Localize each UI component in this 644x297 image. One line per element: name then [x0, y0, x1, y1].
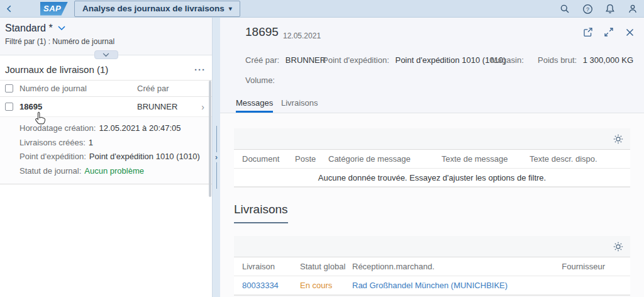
bell-icon — [605, 4, 615, 14]
status-text-positive: Aucun problème — [84, 164, 144, 179]
gear-icon — [613, 242, 623, 252]
livraisons-section-title[interactable]: Livraisons — [234, 203, 288, 223]
livraison-status: En cours — [300, 281, 352, 290]
messages-table-settings-button[interactable] — [613, 133, 624, 145]
share-button[interactable] — [582, 26, 594, 38]
search-icon — [560, 4, 570, 14]
column-header-created-by[interactable]: Créé par — [137, 84, 169, 93]
help-icon: ? — [582, 4, 593, 14]
app-title-caret-icon: ▾ — [229, 5, 232, 12]
variant-selector[interactable]: Standard * — [5, 23, 207, 34]
filter-summary: Filtré par (1) : Numéro de journal — [5, 37, 207, 46]
detail-deliveries-created: Livraisons créées: 1 — [19, 136, 212, 150]
livraisons-table: Livraison Statut global Réceptionn.march… — [234, 236, 630, 296]
select-all-checkbox[interactable] — [5, 84, 13, 92]
object-page-header: 18695 12.05.2021 Créé par: BRUNNER — [220, 18, 644, 113]
variant-title: Standard * — [5, 23, 53, 34]
column-header-receptionnaire[interactable]: Réceptionn.marchand. — [352, 262, 517, 271]
splitter-grip-line — [216, 126, 217, 152]
splitter-expand-chevron-icon[interactable]: › — [215, 154, 218, 161]
row-checkbox[interactable] — [5, 103, 13, 111]
close-button[interactable] — [624, 26, 635, 38]
splitter-grip-line — [216, 162, 217, 189]
collapse-filter-button[interactable] — [94, 50, 118, 59]
app-title-label: Analyse des journaux de livraisons — [82, 4, 225, 13]
livraison-number-link[interactable]: 80033334 — [234, 281, 300, 290]
left-panel-scrollbar[interactable] — [209, 81, 211, 197]
help-button[interactable]: ? — [581, 3, 594, 15]
column-header-message-category[interactable]: Catégorie de message — [328, 154, 441, 164]
messages-table: Document Poste Catégorie de message Text… — [234, 128, 630, 188]
field-shipping-point: Point d'expédition: Point d'expédition 1… — [323, 55, 506, 65]
livraison-row[interactable]: 80033334 En cours Rad Großhandel München… — [234, 276, 630, 295]
detail-panel: 18695 12.05.2021 Créé par: BRUNNER — [220, 18, 644, 297]
livraisons-column-headers: Livraison Statut global Réceptionn.march… — [234, 257, 630, 276]
close-icon — [626, 28, 634, 36]
field-warehouse: Magasin: — [491, 55, 528, 65]
filter-bar: Standard * Filtré par (1) : Numéro de jo… — [0, 18, 212, 55]
sap-logo-text: SAP — [40, 4, 61, 13]
field-gross-weight: Poids brut: 1 300,000 KG — [538, 55, 633, 65]
column-header-message-text[interactable]: Texte de message — [441, 154, 530, 164]
back-icon — [5, 4, 14, 13]
list-column-headers: Numéro de journal Créé par — [0, 80, 212, 97]
journal-list-item[interactable]: 18695 BRUNNER › — [0, 97, 212, 117]
application-window: SAP Analyse des journaux de livraisons ▾… — [0, 0, 644, 297]
detail-journal-status: Statut de journal: Aucun problème — [19, 164, 212, 179]
notifications-button[interactable] — [604, 3, 616, 15]
variant-chevron-down-icon — [58, 26, 65, 31]
share-icon — [583, 27, 593, 37]
column-header-livraison[interactable]: Livraison — [234, 262, 300, 271]
object-title: 18695 — [245, 25, 279, 39]
object-subtitle-date: 12.05.2021 — [283, 31, 321, 40]
livraisons-table-settings-button[interactable] — [613, 241, 624, 252]
detail-creation-timestamp: Horodatage création: 12.05.2021 à 20:47:… — [19, 121, 212, 136]
column-header-descr-text[interactable]: Texte descr. dispo. — [530, 154, 630, 164]
chevron-down-icon — [103, 53, 109, 57]
detail-tabs: Messages Livraisons — [220, 92, 644, 113]
search-button[interactable] — [558, 3, 571, 15]
gear-icon — [613, 134, 623, 144]
messages-column-headers: Document Poste Catégorie de message Text… — [234, 150, 630, 169]
svg-text:?: ? — [586, 6, 589, 12]
livraisons-section-header: Livraisons — [234, 203, 630, 236]
column-header-poste[interactable]: Poste — [295, 154, 328, 164]
enter-fullscreen-button[interactable] — [603, 26, 614, 38]
detail-shipping-point: Point d'expédition: Point d'expédition 1… — [19, 150, 212, 164]
person-icon — [628, 4, 638, 14]
journal-details: Horodatage création: 12.05.2021 à 20:47:… — [0, 117, 212, 184]
sap-logo[interactable]: SAP — [40, 2, 68, 16]
object-header-actions — [582, 26, 635, 38]
receptionnaire-link[interactable]: Rad Großhandel München (MUNICHBIKE) — [352, 281, 517, 290]
journal-created-by: BRUNNER — [137, 102, 177, 111]
field-created-by: Créé par: BRUNNER — [245, 55, 326, 65]
app-title-button[interactable]: Analyse des journaux de livraisons ▾ — [74, 1, 240, 17]
tab-messages[interactable]: Messages — [236, 92, 273, 113]
panel-splitter[interactable]: › — [212, 18, 220, 297]
shellbar-actions: ? — [558, 0, 639, 18]
fullscreen-icon — [604, 27, 614, 37]
messages-empty-state: Aucune donnée trouvée. Essayez d'ajuster… — [234, 169, 630, 187]
row-navigation-chevron-icon[interactable]: › — [201, 102, 204, 112]
column-header-journal[interactable]: Numéro de journal — [19, 84, 87, 93]
livraisons-table-toolbar — [234, 236, 630, 257]
back-button[interactable] — [0, 0, 19, 18]
column-header-document[interactable]: Document — [234, 154, 295, 164]
column-header-statut-global[interactable]: Statut global — [300, 262, 352, 271]
tab-livraisons[interactable]: Livraisons — [281, 92, 318, 113]
master-list-panel: Standard * Filtré par (1) : Numéro de jo… — [0, 18, 212, 297]
main-area: Standard * Filtré par (1) : Numéro de jo… — [0, 18, 644, 297]
profile-button[interactable] — [626, 3, 639, 15]
field-volume: Volume: — [245, 76, 279, 85]
journal-number: 18695 — [19, 102, 42, 111]
detail-content: Document Poste Catégorie de message Text… — [220, 113, 644, 297]
list-overflow-button[interactable]: ··· — [194, 67, 206, 73]
column-header-fournisseur[interactable]: Fournisseur — [517, 262, 630, 271]
shellbar: SAP Analyse des journaux de livraisons ▾… — [0, 0, 644, 18]
messages-table-toolbar — [234, 128, 630, 150]
list-title: Journaux de livraison (1) — [5, 64, 108, 75]
